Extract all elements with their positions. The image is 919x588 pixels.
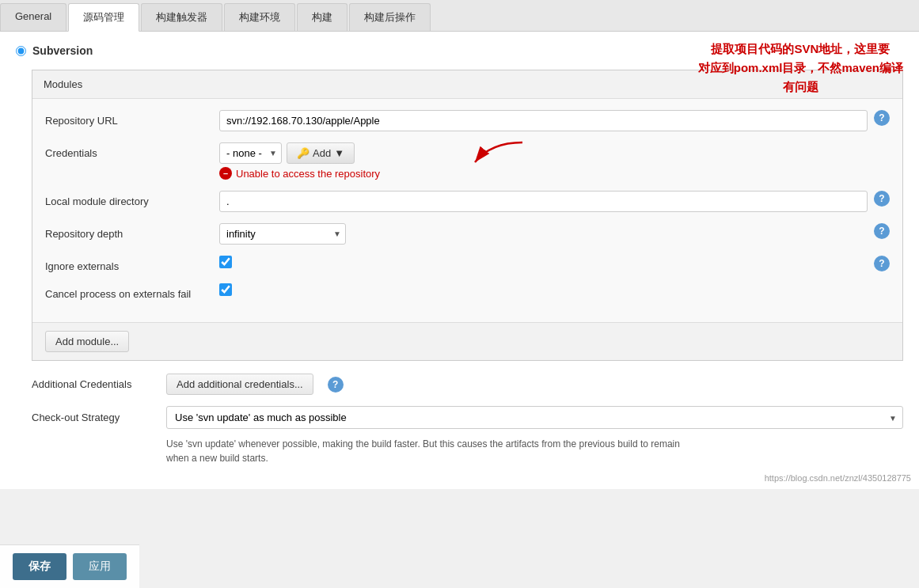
ignore-ext-field-wrapper: ? — [219, 256, 890, 271]
add-additional-label: Add additional credentials... — [177, 378, 303, 390]
credentials-field-wrapper: - none - ▼ 🔑 Add ▼ — [219, 142, 890, 180]
credentials-field-content: - none - ▼ 🔑 Add ▼ — [219, 142, 868, 180]
add-module-button[interactable]: Add module... — [45, 331, 129, 352]
modules-box: Modules Repository URL ? Credentials — [32, 70, 903, 361]
add-additional-credentials-button[interactable]: Add additional credentials... — [166, 374, 313, 395]
checkout-row: Check-out Strategy Use 'svn update' as m… — [32, 406, 903, 429]
add-module-label: Add module... — [55, 336, 119, 347]
repo-url-help-button[interactable]: ? — [874, 110, 890, 126]
ignore-ext-row: Ignore externals ? — [45, 256, 890, 272]
add-button-label: Add — [313, 147, 331, 159]
tab-build-env[interactable]: 构建环境 — [224, 3, 295, 31]
repo-url-field-content — [219, 110, 868, 131]
repo-depth-select[interactable]: infinity empty files immediates unknown — [219, 223, 346, 245]
modules-inner: Repository URL ? Credentials — [32, 99, 902, 322]
local-dir-row: Local module directory ? — [45, 191, 890, 212]
cancel-ext-field-wrapper — [219, 283, 890, 298]
repo-url-label: Repository URL — [45, 110, 219, 127]
ignore-ext-label: Ignore externals — [45, 256, 219, 272]
credentials-controls: - none - ▼ 🔑 Add ▼ — [219, 142, 868, 164]
repo-depth-help-button[interactable]: ? — [874, 223, 890, 239]
add-module-row: Add module... — [32, 322, 902, 360]
checkout-select-wrapper: Use 'svn update' as much as possible Alw… — [166, 406, 903, 429]
tab-post[interactable]: 构建后操作 — [349, 3, 431, 31]
add-dropdown-arrow: ▼ — [334, 147, 344, 159]
error-icon: – — [219, 167, 232, 180]
additional-credentials-help-button[interactable]: ? — [328, 377, 344, 393]
tab-general[interactable]: General — [0, 3, 66, 31]
apply-button[interactable]: 应用 — [73, 553, 127, 580]
checkout-hint-line2: when a new build starts. — [166, 453, 268, 464]
cancel-ext-checkbox[interactable] — [219, 283, 232, 296]
repo-depth-select-wrapper: infinity empty files immediates unknown … — [219, 223, 346, 245]
tab-bar: General 源码管理 构建触发器 构建环境 构建 构建后操作 — [0, 0, 919, 32]
credentials-row: Credentials - none - ▼ — [45, 142, 890, 180]
tab-build[interactable]: 构建 — [297, 3, 347, 31]
error-message: – Unable to access the repository — [219, 167, 868, 180]
repo-depth-field-wrapper: infinity empty files immediates unknown … — [219, 223, 890, 245]
key-icon: 🔑 — [297, 147, 309, 159]
checkout-select[interactable]: Use 'svn update' as much as possible Alw… — [166, 406, 903, 429]
additional-credentials-section: Additional Credentials Add additional cr… — [32, 374, 903, 395]
subversion-radio-label[interactable]: Subversion — [16, 44, 903, 57]
local-dir-input[interactable] — [219, 191, 868, 212]
subversion-radio[interactable] — [16, 46, 26, 56]
local-dir-label: Local module directory — [45, 191, 219, 207]
checkout-section: Check-out Strategy Use 'svn update' as m… — [32, 406, 903, 465]
watermark: https://blog.csdn.net/znzl/4350128775 — [765, 473, 911, 483]
modules-header: Modules — [32, 70, 902, 99]
repo-url-field-wrapper: ? — [219, 110, 890, 131]
repo-depth-row: Repository depth infinity empty files im… — [45, 223, 890, 245]
repo-url-input[interactable] — [219, 110, 868, 131]
repo-url-row: Repository URL ? — [45, 110, 890, 131]
scm-section: Subversion Modules Repository URL ? — [16, 44, 903, 361]
credentials-add-button[interactable]: 🔑 Add ▼ — [287, 142, 355, 164]
bottom-bar: 保存 应用 — [0, 544, 139, 588]
tab-source[interactable]: 源码管理 — [68, 3, 139, 32]
cancel-ext-field-content — [219, 283, 868, 298]
error-text: Unable to access the repository — [236, 168, 380, 180]
credentials-select[interactable]: - none - — [219, 142, 282, 164]
checkout-label: Check-out Strategy — [32, 412, 158, 423]
repo-depth-label: Repository depth — [45, 223, 219, 240]
repo-depth-field-content: infinity empty files immediates unknown … — [219, 223, 868, 245]
additional-credentials-label: Additional Credentials — [32, 378, 158, 390]
main-content: 提取项目代码的SVN地址，这里要 对应到pom.xml目录，不然maven编译 … — [0, 32, 919, 489]
cancel-ext-row: Cancel process on externals fail — [45, 283, 890, 300]
cancel-ext-label: Cancel process on externals fail — [45, 283, 219, 300]
local-dir-help-button[interactable]: ? — [874, 191, 890, 207]
save-button[interactable]: 保存 — [13, 553, 66, 580]
subversion-label: Subversion — [32, 44, 93, 57]
checkout-hint-line1: Use 'svn update' whenever possible, maki… — [166, 438, 680, 450]
checkout-hint: Use 'svn update' whenever possible, maki… — [166, 437, 903, 465]
ignore-ext-checkbox[interactable] — [219, 256, 232, 268]
tab-triggers[interactable]: 构建触发器 — [141, 3, 222, 31]
credentials-label: Credentials — [45, 142, 219, 159]
local-dir-field-content — [219, 191, 868, 212]
ignore-ext-help-button[interactable]: ? — [874, 256, 890, 271]
ignore-ext-field-content — [219, 256, 868, 271]
credentials-select-wrapper: - none - ▼ — [219, 142, 282, 164]
local-dir-field-wrapper: ? — [219, 191, 890, 212]
